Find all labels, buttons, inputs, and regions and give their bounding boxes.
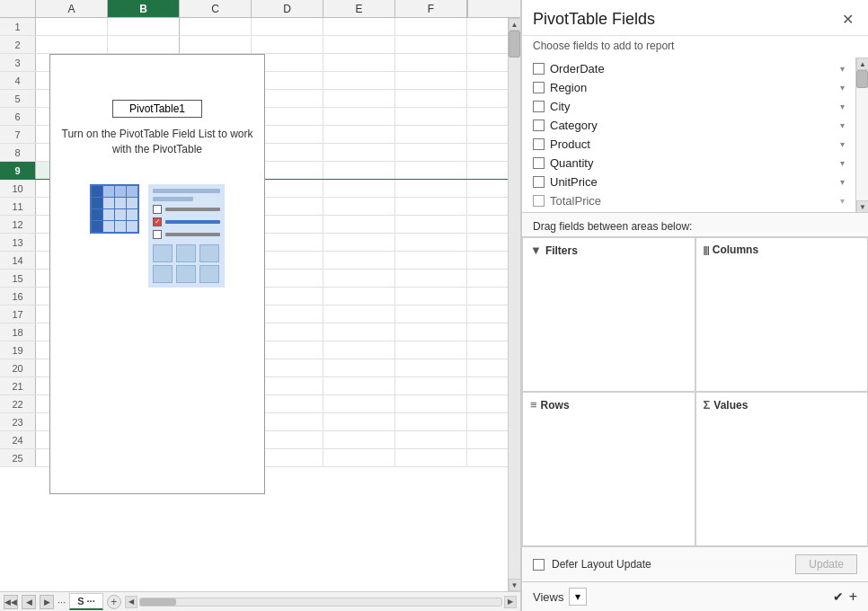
col-header-e[interactable]: E xyxy=(323,0,395,17)
field-checkbox-category[interactable] xyxy=(533,120,545,131)
field-item-region[interactable]: Region ▾ xyxy=(522,78,855,97)
field-checkbox-orderdate[interactable] xyxy=(533,63,545,75)
illus-cell xyxy=(103,198,114,208)
col-header-d[interactable]: D xyxy=(252,0,323,17)
illus-table-icon xyxy=(90,184,139,234)
col-header-f[interactable]: F xyxy=(395,0,467,17)
illus-checkbox-unchecked2 xyxy=(153,230,162,239)
drop-zone-rows[interactable]: ≡ Rows xyxy=(522,392,695,546)
illus-cell xyxy=(115,198,126,208)
defer-checkbox[interactable] xyxy=(533,559,545,571)
horizontal-scrollbar[interactable]: ◀ ▶ xyxy=(125,592,517,612)
field-arrow-totalprice[interactable]: ▾ xyxy=(840,196,845,206)
illus-cell xyxy=(127,221,137,232)
fields-scroll-up[interactable]: ▲ xyxy=(856,58,868,70)
sheet-tab-s[interactable]: S ··· xyxy=(69,593,103,610)
views-plus-icon[interactable]: + xyxy=(849,589,857,605)
field-arrow-city[interactable]: ▾ xyxy=(840,102,845,111)
illus-cell xyxy=(115,209,126,220)
field-checkbox-totalprice[interactable] xyxy=(533,195,545,207)
field-checkbox-city[interactable] xyxy=(533,101,545,112)
close-panel-button[interactable]: ✕ xyxy=(838,9,857,30)
field-arrow-product[interactable]: ▾ xyxy=(840,139,845,149)
sheet-nav-next[interactable]: ▶ xyxy=(40,595,54,609)
field-label-unitprice: UnitPrice xyxy=(550,175,835,189)
views-label: Views xyxy=(533,590,563,604)
col-header-b[interactable]: B xyxy=(108,0,180,17)
field-label-product: Product xyxy=(550,137,835,151)
drag-instruction: Drag fields between areas below: xyxy=(522,213,868,236)
field-arrow-unitprice[interactable]: ▾ xyxy=(840,177,845,187)
grid-and-scroll: 1 2 3 4 5 6 7 8 9 10 11 12 13 14 15 16 1… xyxy=(0,18,520,591)
fields-scroll-thumb[interactable] xyxy=(856,70,868,88)
field-checkbox-quantity[interactable] xyxy=(533,157,545,169)
illus-cell xyxy=(103,186,114,197)
field-item-totalprice[interactable]: TotalPrice ▾ xyxy=(522,191,855,210)
add-sheet-button[interactable]: + xyxy=(107,595,121,609)
drop-zone-filters[interactable]: ▼ Filters xyxy=(522,237,695,392)
pivot-title: PivotTable1 xyxy=(112,100,202,118)
drop-zone-values[interactable]: Σ Values xyxy=(695,392,869,546)
field-arrow-category[interactable]: ▾ xyxy=(840,120,845,130)
sheet-nav-prev[interactable]: ◀ xyxy=(22,595,36,609)
col-scroll-space xyxy=(467,0,480,17)
field-item-product[interactable]: Product ▾ xyxy=(522,135,855,154)
fields-scrollbar[interactable]: ▲ ▼ xyxy=(855,58,868,213)
illus-cell xyxy=(103,209,114,220)
vertical-scrollbar[interactable]: ▲ ▼ xyxy=(508,18,520,591)
h-scroll-right[interactable]: ▶ xyxy=(504,596,517,608)
illus-cell xyxy=(115,221,126,232)
illus-cell xyxy=(92,221,102,232)
fields-list: OrderDate ▾ Region ▾ City ▾ Category ▾ xyxy=(522,58,855,213)
scroll-up-arrow[interactable]: ▲ xyxy=(509,18,521,31)
values-label: Values xyxy=(713,399,748,412)
fields-scroll-track[interactable] xyxy=(856,70,868,200)
views-row: Views ▾ ✔ + xyxy=(522,581,868,611)
field-arrow-region[interactable]: ▾ xyxy=(840,83,845,93)
pivot-placeholder: PivotTable1 Turn on the PivotTable Field… xyxy=(49,54,265,494)
scroll-down-arrow[interactable]: ▼ xyxy=(509,579,521,591)
h-scroll-track[interactable] xyxy=(139,598,502,607)
fields-scroll-down[interactable]: ▼ xyxy=(856,200,868,213)
col-header-c[interactable]: C xyxy=(180,0,252,17)
illus-cell xyxy=(127,186,137,197)
field-item-city[interactable]: City ▾ xyxy=(522,97,855,116)
update-button[interactable]: Update xyxy=(795,554,857,574)
row-num-header xyxy=(0,0,36,17)
drop-zone-columns[interactable]: ||| Columns xyxy=(695,237,869,392)
h-scroll-left[interactable]: ◀ xyxy=(125,596,137,608)
drop-zones: ▼ Filters ||| Columns ≡ Rows Σ Values xyxy=(522,236,868,546)
table-row: 1 xyxy=(0,18,508,36)
illus-left xyxy=(90,184,139,234)
field-checkbox-product[interactable] xyxy=(533,138,545,150)
h-scroll-thumb[interactable] xyxy=(140,598,176,606)
sheet-nav-prev-prev[interactable]: ◀◀ xyxy=(4,595,18,609)
field-arrow-orderdate[interactable]: ▾ xyxy=(840,64,845,74)
drop-zone-columns-title: ||| Columns xyxy=(704,244,861,256)
illus-cell xyxy=(92,209,102,220)
views-check-icon[interactable]: ✔ xyxy=(833,589,844,604)
field-item-unitprice[interactable]: UnitPrice ▾ xyxy=(522,173,855,191)
illus-bottom-grid xyxy=(153,244,220,283)
column-headers: A B C D E F xyxy=(0,0,520,18)
field-item-category[interactable]: Category ▾ xyxy=(522,116,855,135)
views-dropdown[interactable]: ▾ xyxy=(569,588,587,606)
field-item-orderdate[interactable]: OrderDate ▾ xyxy=(522,59,855,78)
field-label-quantity: Quantity xyxy=(550,156,835,170)
scroll-track[interactable] xyxy=(509,31,520,579)
columns-label: Columns xyxy=(713,244,758,256)
defer-label: Defer Layout Update xyxy=(552,558,788,571)
sheet-nav-dots[interactable]: ··· xyxy=(58,597,66,607)
columns-icon: ||| xyxy=(704,244,709,255)
drop-zone-rows-title: ≡ Rows xyxy=(530,398,687,412)
illus-cell xyxy=(127,198,137,208)
sigma-icon: Σ xyxy=(704,398,711,412)
field-arrow-quantity[interactable]: ▾ xyxy=(840,158,845,168)
col-header-a[interactable]: A xyxy=(36,0,108,17)
spreadsheet-area: A B C D E F 1 2 3 4 5 6 7 8 9 10 11 12 1… xyxy=(0,0,521,611)
field-item-quantity[interactable]: Quantity ▾ xyxy=(522,154,855,173)
field-checkbox-region[interactable] xyxy=(533,82,545,93)
scroll-thumb[interactable] xyxy=(509,31,520,58)
field-checkbox-unitprice[interactable] xyxy=(533,176,545,188)
field-label-category: Category xyxy=(550,119,835,132)
